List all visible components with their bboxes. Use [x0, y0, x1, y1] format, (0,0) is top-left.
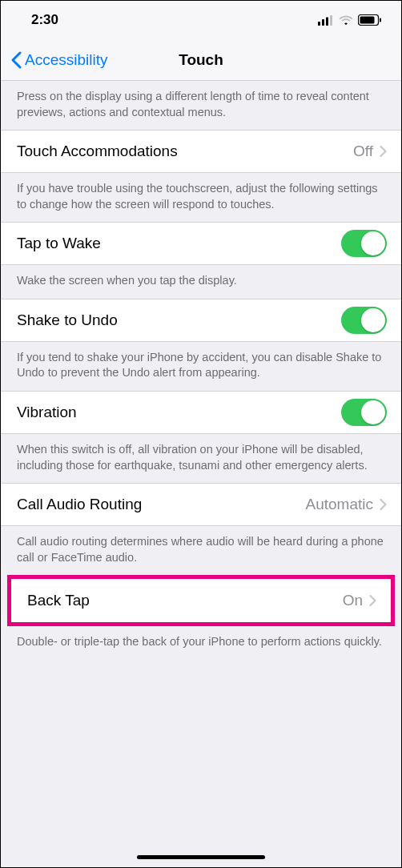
chevron-left-icon	[10, 51, 22, 69]
vibration-row[interactable]: Vibration	[1, 391, 401, 434]
row-label: Call Audio Routing	[17, 496, 142, 513]
back-tap-row[interactable]: Back Tap On	[11, 579, 391, 622]
chevron-right-icon	[380, 146, 387, 157]
status-time: 2:30	[31, 12, 58, 28]
call-audio-routing-row[interactable]: Call Audio Routing Automatic	[1, 483, 401, 526]
row-label: Vibration	[17, 404, 77, 421]
vibration-footer: When this switch is off, all vibration o…	[1, 434, 401, 483]
shake-to-undo-footer: If you tend to shake your iPhone by acci…	[1, 342, 401, 391]
tap-to-wake-toggle[interactable]	[341, 230, 387, 257]
shake-to-undo-toggle[interactable]	[341, 307, 387, 334]
row-value: Off	[353, 143, 373, 160]
svg-rect-6	[380, 18, 381, 22]
haptic-touch-footer: Press on the display using a different l…	[1, 81, 401, 130]
svg-rect-1	[322, 19, 324, 26]
call-audio-footer: Call audio routing determines where audi…	[1, 526, 401, 575]
wifi-icon	[339, 15, 353, 26]
back-tap-highlight: Back Tap On	[7, 575, 395, 626]
battery-icon	[358, 14, 382, 26]
cellular-icon	[318, 15, 334, 26]
content-scroll[interactable]: Press on the display using a different l…	[1, 81, 401, 868]
status-icons	[318, 14, 382, 26]
chevron-right-icon	[380, 499, 387, 510]
chevron-right-icon	[369, 595, 376, 606]
svg-rect-0	[318, 22, 320, 26]
back-tap-footer: Double- or triple-tap the back of your i…	[1, 626, 401, 660]
row-value: On	[343, 592, 363, 609]
back-label: Accessibility	[25, 51, 107, 69]
tap-to-wake-footer: Wake the screen when you tap the display…	[1, 265, 401, 299]
row-value: Automatic	[306, 496, 373, 513]
touch-accommodations-row[interactable]: Touch Accommodations Off	[1, 130, 401, 173]
row-label: Touch Accommodations	[17, 143, 178, 160]
status-bar: 2:30	[1, 1, 401, 39]
row-label: Back Tap	[27, 592, 90, 609]
row-label: Shake to Undo	[17, 311, 118, 329]
svg-rect-3	[330, 15, 332, 26]
shake-to-undo-row[interactable]: Shake to Undo	[1, 299, 401, 342]
nav-bar: Accessibility Touch	[1, 39, 401, 81]
svg-rect-5	[360, 17, 375, 24]
back-button[interactable]: Accessibility	[10, 51, 107, 69]
svg-rect-2	[326, 17, 328, 26]
vibration-toggle[interactable]	[341, 399, 387, 426]
home-indicator[interactable]	[137, 855, 265, 859]
row-label: Tap to Wake	[17, 235, 101, 252]
touch-accommodations-footer: If you have trouble using the touchscree…	[1, 173, 401, 222]
tap-to-wake-row[interactable]: Tap to Wake	[1, 222, 401, 265]
